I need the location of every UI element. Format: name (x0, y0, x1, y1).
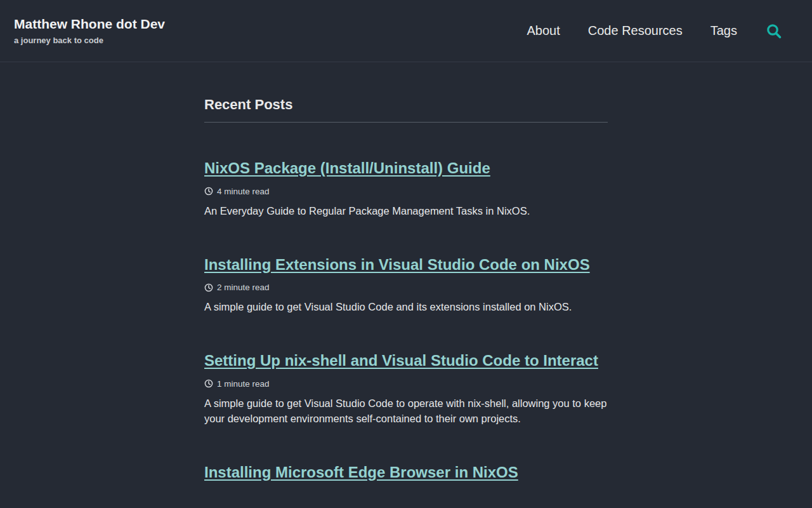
main-content: Recent Posts NixOS Package (Install/Unin… (204, 62, 608, 482)
post-item: NixOS Package (Install/Uninstall) Guide … (204, 158, 608, 219)
page-title: Recent Posts (204, 97, 608, 113)
post-meta: 4 minute read (204, 187, 608, 196)
read-time: 4 minute read (217, 187, 270, 196)
clock-icon (204, 379, 213, 388)
nav-item-tags[interactable]: Tags (710, 23, 737, 38)
post-item: Installing Microsoft Edge Browser in Nix… (204, 462, 608, 483)
post-item: Installing Extensions in Visual Studio C… (204, 255, 608, 316)
read-time: 1 minute read (217, 379, 270, 389)
post-title: Installing Microsoft Edge Browser in Nix… (204, 462, 608, 483)
page-heading-wrap: Recent Posts (204, 97, 608, 123)
post-title: Setting Up nix-shell and Visual Studio C… (204, 351, 608, 371)
clock-icon (204, 187, 213, 196)
post-title-link[interactable]: Installing Extensions in Visual Studio C… (204, 256, 590, 273)
clock-icon (204, 283, 213, 292)
post-title-link[interactable]: Setting Up nix-shell and Visual Studio C… (204, 352, 598, 369)
read-time: 2 minute read (217, 283, 270, 292)
post-title-link[interactable]: Installing Microsoft Edge Browser in Nix… (204, 464, 518, 481)
post-list: NixOS Package (Install/Uninstall) Guide … (204, 158, 608, 482)
post-title: NixOS Package (Install/Uninstall) Guide (204, 158, 608, 178)
post-excerpt: A simple guide to get Visual Studio Code… (204, 396, 608, 427)
post-title: Installing Extensions in Visual Studio C… (204, 255, 608, 275)
site-header: Matthew Rhone dot Dev a journey back to … (0, 0, 812, 62)
post-title-link[interactable]: NixOS Package (Install/Uninstall) Guide (204, 159, 490, 177)
site-branding: Matthew Rhone dot Dev a journey back to … (14, 17, 165, 45)
site-title-link[interactable]: Matthew Rhone dot Dev (14, 17, 165, 32)
post-meta: 1 minute read (204, 379, 608, 389)
post-item: Setting Up nix-shell and Visual Studio C… (204, 351, 608, 427)
search-button[interactable] (765, 22, 783, 40)
nav-item-about[interactable]: About (527, 23, 560, 38)
site-subtitle: a journey back to code (14, 36, 165, 45)
primary-nav: About Code Resources Tags (527, 22, 783, 40)
post-meta: 2 minute read (204, 283, 608, 292)
post-excerpt: An Everyday Guide to Regular Package Man… (204, 204, 608, 219)
nav-item-code-resources[interactable]: Code Resources (588, 23, 683, 38)
post-excerpt: A simple guide to get Visual Studio Code… (204, 300, 608, 315)
search-icon (765, 22, 783, 40)
